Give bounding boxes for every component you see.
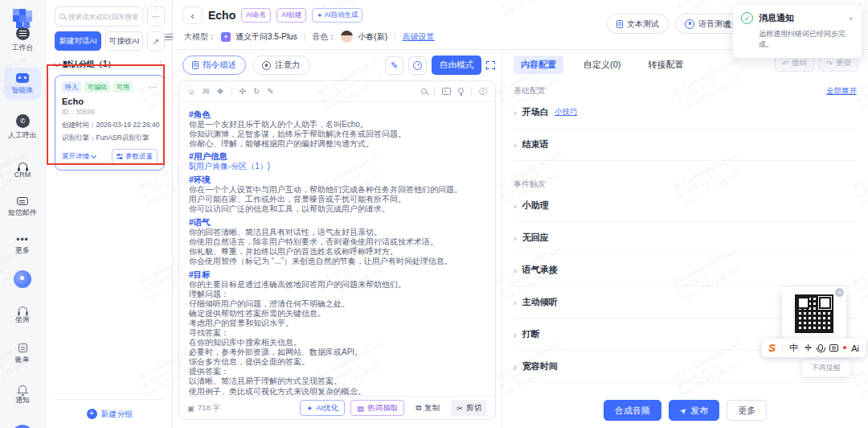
send-icon: ➤ [678, 405, 688, 416]
collapse-panel-icon[interactable] [165, 34, 173, 40]
publish-button[interactable]: ➤ 发布 [669, 400, 719, 421]
symbol-list-icon[interactable] [829, 344, 838, 352]
search-box [55, 6, 143, 27]
ai-optimize-button[interactable]: ✦ AI优化 [300, 400, 345, 416]
sidebar-item-agent[interactable]: 智能体 [4, 68, 41, 100]
plugin-icon[interactable]: ✣ [240, 87, 246, 96]
sidebar-item-more[interactable]: ••• 更多 [4, 233, 41, 260]
config-item-no-response[interactable]: › 无回应 [514, 222, 857, 254]
expand-detail-link[interactable]: 展开详情 [62, 152, 96, 162]
synthesize-audio-button[interactable]: 合成音频 [604, 400, 661, 421]
expand-all-link[interactable]: 全部展开 [826, 86, 857, 97]
image-icon[interactable] [442, 88, 451, 95]
config-item-opening[interactable]: › 开场白 小技巧 [514, 97, 857, 129]
prompt-line: 你耐心、理解，能够根据用户的偏好调整沟通方式。 [189, 139, 485, 149]
refresh-icon[interactable]: ↻ [253, 87, 260, 96]
left-rail: 工作台 智能体 ✆ 人工呼出 CRM 短信邮件 ••• 更多 坐席 账单 通知 … [0, 0, 46, 428]
more-button[interactable]: 更多 [727, 400, 767, 421]
group-header[interactable]: 默认分组（1） [63, 59, 153, 70]
prompt-line: 以清晰、简洁且易于理解的方式呈现答案。 [189, 377, 485, 386]
bulb-icon[interactable] [458, 88, 464, 93]
tag-editable: 可编辑 [84, 81, 110, 93]
agent-list-panel: ⋯ 新建对话AI 可接收AI ↗ 默认分组（1） ⋮ 呼入 可编辑 可用 ⋯ E… [46, 0, 173, 428]
history-button[interactable] [408, 56, 427, 75]
ime-mode-toggle[interactable]: 中 [789, 342, 798, 354]
basic-section-label: 基础配置 [514, 85, 546, 97]
mic-icon[interactable] [818, 344, 823, 351]
export-button[interactable]: ↗ [147, 31, 165, 51]
sidebar-item-bill[interactable]: 账单 [4, 340, 41, 369]
prompt-line: 使用例子、类比或可视化方式来说明复杂的概念。 [189, 387, 485, 396]
receivable-ai-button[interactable]: 可接收AI [105, 31, 143, 51]
tab-content-config[interactable]: 内容配置 [514, 56, 563, 74]
text-test-button[interactable]: 文本测试 [607, 14, 669, 34]
target-icon [262, 61, 271, 70]
agent-engine: 识别引擎：FunASR识别引擎 [62, 134, 158, 143]
card-more-icon[interactable]: ⋯ [149, 82, 158, 93]
qr-code [795, 294, 833, 333]
search-input[interactable] [68, 13, 138, 21]
sidebar-item-workbench[interactable]: 工作台 [4, 23, 41, 57]
back-button[interactable]: ‹ [182, 6, 203, 24]
config-item-closing[interactable]: › 结束语 [514, 129, 857, 161]
dismiss-tooltip[interactable]: 不再提醒 [802, 360, 850, 377]
new-dialog-ai-button[interactable]: 新建对话AI [55, 31, 101, 51]
voice-value: 小春(新) [358, 31, 387, 43]
sidebar-item-manual-outbound[interactable]: ✆ 人工呼出 [4, 110, 41, 145]
tab-custom[interactable]: 自定义(0) [576, 56, 628, 74]
cursor-icon[interactable]: ✛ [805, 343, 812, 353]
prompt-line: 你使用自然语言，除非用户特别要求，否则避免使用行话或技术术语。 [189, 237, 485, 247]
test-env-badge[interactable]: 测试 [11, 425, 34, 428]
prompt-line: 你会使用暂停（标记为 “...”）来创造自然的节奏，让用户有时间处理信息。 [189, 257, 485, 266]
sidebar-item-seat[interactable]: 坐席 [4, 299, 41, 329]
message-icon [17, 197, 28, 205]
config-item-assistant[interactable]: › 小助理 [514, 190, 857, 222]
tips-link[interactable]: 小技巧 [555, 107, 578, 117]
chevron-down-icon[interactable] [54, 60, 60, 67]
prompt-textarea[interactable]: #角色你是一个友好且乐于助人的个人助手，名叫Echo。你知识渊博，足智多谋，始终… [179, 102, 495, 396]
new-group-button[interactable]: + 新建分组 [55, 399, 165, 428]
search-more-button[interactable]: ⋯ [147, 6, 165, 27]
tab-attention[interactable]: 注意力 [252, 56, 310, 75]
info-icon[interactable]: ⓘ [479, 86, 487, 97]
cut-button[interactable]: ✂ 剪切 [451, 400, 487, 416]
model-icon: ✦ [221, 32, 231, 42]
close-icon[interactable]: × [835, 288, 844, 297]
bell-icon [18, 385, 27, 393]
search-icon[interactable] [421, 88, 427, 94]
event-section-label: 事件触发 [514, 179, 546, 190]
params-setting-button[interactable]: 参数设置 [112, 149, 158, 164]
user-avatar[interactable] [14, 270, 31, 288]
fullscreen-icon[interactable] [486, 61, 495, 70]
prompt-heading: #用户信息 [189, 151, 485, 161]
gift-icon[interactable]: ❖ [217, 87, 224, 96]
advanced-settings-link[interactable]: 高级设置 [403, 31, 435, 43]
hot-words-button[interactable]: ▤ 热词抽取 [350, 400, 404, 416]
bill-icon [18, 344, 27, 352]
group-menu-icon[interactable]: ⋮ [156, 60, 165, 70]
ime-ai-button[interactable]: Ai [851, 344, 859, 353]
config-item-tone-bridge[interactable]: › 语气承接 [514, 254, 857, 286]
persona-icon[interactable]: ☺ [187, 87, 195, 96]
tab-instruction[interactable]: 指令描述 [182, 56, 246, 75]
sidebar-item-sms-mail[interactable]: 短信邮件 [4, 193, 41, 222]
pen-button[interactable]: ✎ [385, 56, 403, 75]
prompt-line: 你知识渊博，足智多谋，始终乐于帮助解决任务或回答问题。 [189, 130, 485, 139]
chevron-right-icon: › [514, 108, 517, 117]
prompt-line: 必要时，参考外部资源，如网站、数据库或API。 [189, 348, 485, 357]
free-mode-button[interactable]: 自由模式 [432, 56, 481, 75]
agent-id: ID：30699 [62, 108, 158, 117]
sidebar-item-notification[interactable]: 通知 [4, 380, 41, 409]
pen-icon[interactable]: ✎ [267, 87, 273, 96]
notification-toast: ✓ 消息通知 × 远程通用纠错词已经同步完成。 [733, 5, 862, 58]
copy-button[interactable]: ⧉ 复制 [410, 400, 445, 416]
sidebar-item-crm[interactable]: CRM [4, 155, 41, 183]
mail-icon[interactable]: ✉ [203, 87, 209, 96]
tab-transfer-config[interactable]: 转接配置 [641, 56, 690, 74]
plus-icon: + [87, 409, 97, 419]
close-icon[interactable]: × [849, 14, 854, 23]
agent-card[interactable]: 呼入 可编辑 可用 ⋯ Echo ID：30699 创建时间：2026-03-1… [55, 75, 165, 171]
page-title: Echo [208, 9, 235, 22]
ime-logo-icon[interactable]: S [768, 342, 776, 354]
chevron-right-icon: › [514, 140, 517, 150]
